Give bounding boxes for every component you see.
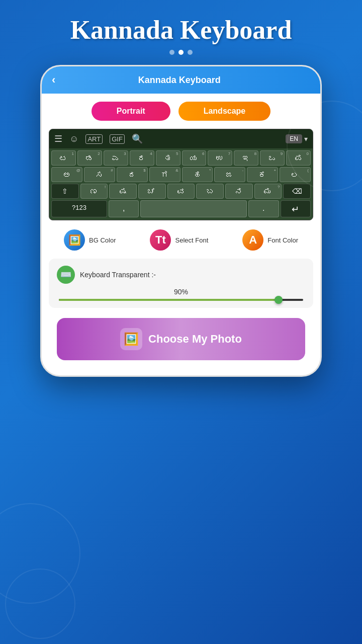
key-da[interactable]: 2ಡ	[77, 150, 102, 166]
bg-color-icon: 🖼️	[64, 229, 85, 251]
key-cha[interactable]: ಚ	[138, 184, 166, 199]
app-title: Kannada Keyboard	[0, 0, 362, 50]
slider-track[interactable]	[59, 299, 303, 301]
comma-key[interactable]: ,	[109, 200, 139, 217]
num-key[interactable]: ?123	[51, 200, 107, 217]
enter-key[interactable]: ↵	[281, 200, 311, 217]
page-dots	[0, 50, 362, 55]
choose-photo-label: Choose My Photo	[148, 333, 242, 346]
key-ha[interactable]: *ಹ	[182, 167, 213, 182]
keyboard-keys: 1ಟ 2ಡ 3ಎ 4ರ 5ತ 6ಯ 7ಉ 8ಇ 9ಒ 0ಪ @ಅ #ಸ $ದ &…	[49, 148, 313, 220]
backspace-key[interactable]: ⌫	[283, 184, 311, 199]
font-color-icon: A	[242, 229, 263, 251]
key-sa[interactable]: #ಸ	[84, 167, 115, 182]
phone-frame: ‹ Kannada Keyboard Portrait Landscape ☰ …	[40, 65, 322, 377]
photo-icon: 🖼️	[120, 328, 142, 350]
key-sha[interactable]: ಷ	[109, 184, 137, 199]
slider-header: ⌨️ Keyboard Transparent :-	[57, 266, 305, 284]
slider-value: 90%	[57, 288, 305, 296]
select-font-icon: Tt	[150, 229, 171, 251]
portrait-tab[interactable]: Portrait	[92, 102, 170, 121]
key-tha[interactable]: 5ತ	[156, 150, 180, 166]
bg-color-tool[interactable]: 🖼️ BG Color	[64, 229, 116, 251]
key-a[interactable]: @ಅ	[51, 167, 82, 182]
mode-tabs: Portrait Landscape	[42, 94, 320, 129]
transparency-icon: ⌨️	[57, 266, 75, 284]
top-bar: ‹ Kannada Keyboard	[42, 66, 320, 94]
key-ta[interactable]: 1ಟ	[51, 150, 76, 166]
key-u[interactable]: 7ಉ	[208, 150, 232, 166]
bg-color-label: BG Color	[89, 236, 116, 244]
slider-thumb[interactable]	[275, 296, 283, 304]
key-va[interactable]: ವ	[167, 184, 195, 199]
back-button[interactable]: ‹	[52, 73, 55, 87]
key-pa[interactable]: 0ಪ	[286, 150, 311, 166]
key-ma[interactable]: ?ಮ	[254, 184, 282, 199]
key-ra[interactable]: 4ರ	[130, 150, 154, 166]
select-font-tool[interactable]: Tt Select Font	[150, 229, 208, 251]
key-row-3: ⇧ !ಣ ಷ ಚ ವ ಬ ನ ?ಮ ⌫	[51, 184, 311, 199]
slider-title: Keyboard Transparent :-	[80, 271, 156, 279]
font-color-tool[interactable]: A Font Color	[242, 229, 298, 251]
key-ja[interactable]: -ಜ	[214, 167, 245, 182]
key-row-2: @ಅ #ಸ $ದ &ಗ *ಹ -ಜ +ಕ (ಲ	[51, 167, 311, 182]
keyboard-preview: ☰ ☺ ART GIF 🔍 EN ▾ 1ಟ 2ಡ 3ಎ 4ರ 5ತ 6ಯ 7ಉ …	[49, 129, 313, 220]
key-ya[interactable]: 6ಯ	[182, 150, 207, 166]
font-color-label: Font Color	[267, 236, 298, 244]
key-ga[interactable]: &ಗ	[149, 167, 180, 182]
select-font-label: Select Font	[175, 236, 208, 244]
key-o[interactable]: 9ಒ	[260, 150, 285, 166]
space-key[interactable]	[140, 200, 247, 217]
dot-3[interactable]	[188, 50, 193, 55]
menu-icon[interactable]: ☰	[54, 133, 62, 144]
period-key[interactable]: .	[248, 200, 279, 217]
key-la[interactable]: (ಲ	[280, 167, 311, 182]
key-row-1: 1ಟ 2ಡ 3ಎ 4ರ 5ತ 6ಯ 7ಉ 8ಇ 9ಒ 0ಪ	[51, 150, 311, 166]
key-na[interactable]: !ಣ	[80, 184, 108, 199]
keyboard-toolbar: ☰ ☺ ART GIF 🔍 EN ▾	[49, 129, 313, 148]
slider-fill	[59, 299, 279, 301]
dot-1[interactable]	[169, 50, 174, 55]
dot-2[interactable]	[178, 50, 184, 55]
landscape-tab[interactable]: Landscape	[178, 102, 271, 121]
key-ba[interactable]: ಬ	[196, 184, 224, 199]
emoji-icon[interactable]: ☺	[69, 134, 78, 144]
key-nna[interactable]: ನ	[225, 184, 253, 199]
art-icon[interactable]: ART	[85, 134, 103, 144]
tools-row: 🖼️ BG Color Tt Select Font A Font Color	[42, 220, 320, 255]
key-dha[interactable]: $ದ	[117, 167, 148, 182]
shift-key[interactable]: ⇧	[51, 184, 79, 199]
search-icon[interactable]: 🔍	[132, 133, 143, 144]
key-row-4: ?123 , . ↵	[51, 200, 311, 217]
key-ka[interactable]: +ಕ	[247, 167, 278, 182]
transparency-section: ⌨️ Keyboard Transparent :- 90%	[49, 259, 313, 308]
key-e[interactable]: 3ಎ	[104, 150, 128, 166]
header-title: Kannada Keyboard	[63, 75, 295, 86]
choose-photo-button[interactable]: 🖼️ Choose My Photo	[57, 318, 305, 360]
gif-icon[interactable]: GIF	[110, 134, 125, 144]
key-i[interactable]: 8ಇ	[234, 150, 258, 166]
